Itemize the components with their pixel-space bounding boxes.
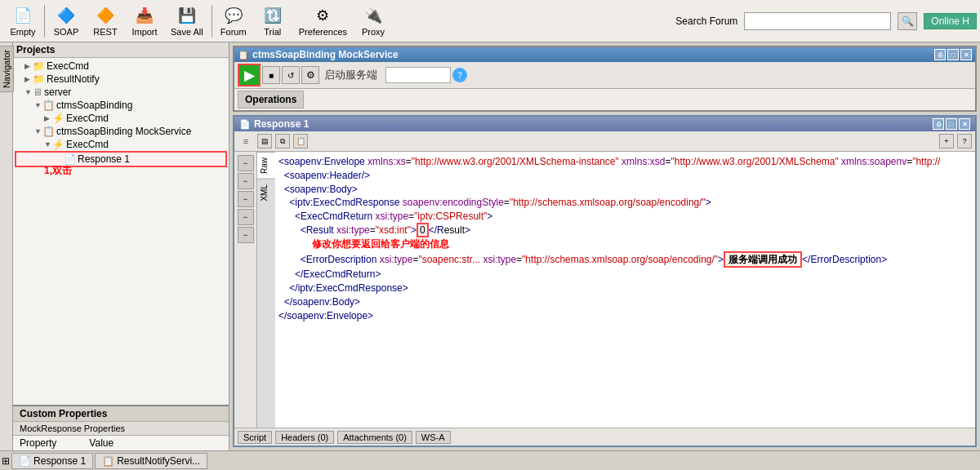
raw-tab[interactable]: Raw	[257, 152, 275, 179]
resp-help-btn[interactable]: ?	[957, 134, 972, 149]
headers-tab[interactable]: Headers (0)	[275, 431, 334, 444]
saveall-label: Save All	[171, 27, 203, 37]
import-label: Import	[131, 27, 157, 37]
start-server-button[interactable]: ▶	[238, 64, 261, 86]
tree-item-ctmssoapbinding[interactable]: ▼ 📋 ctmsSoapBinding	[15, 99, 227, 112]
minimize-button[interactable]: ⎙	[934, 49, 946, 60]
xml-line-6: <Result xsi:type="xsd:int">0</Result> 修改…	[278, 224, 972, 251]
rest-icon: 🔶	[96, 6, 115, 25]
mock-icon: 📋	[42, 126, 55, 137]
tree-item-execmd3[interactable]: ▼ ⚡ ExecCmd	[15, 138, 227, 151]
resp-minimize-btn[interactable]: ⎙	[933, 118, 944, 130]
folder-icon-execmd: 📁	[33, 60, 45, 72]
xml-line-10: </soapenv:Body>	[278, 295, 972, 309]
start-label: 启动服务端	[324, 68, 377, 82]
tree-label-response1: Response 1	[78, 153, 130, 165]
left-panel: Projects ▶ 📁 ExecCmd ▶ 📁 ResultNotify ▼ …	[13, 42, 229, 450]
resp-close-btn[interactable]: ✕	[959, 118, 970, 130]
gutter-btn-4[interactable]: −	[238, 209, 254, 225]
xml-line-2: <soapenv:Header/>	[278, 169, 972, 183]
method-icon-execmd3: ⚡	[52, 139, 65, 150]
resp-paste-btn[interactable]: 📋	[293, 134, 308, 149]
toolbar-proxy[interactable]: 🔌 Proxy	[354, 4, 393, 38]
titlebar-controls: ⎙ □ ✕	[934, 49, 972, 60]
tree-item-mockservice[interactable]: ▼ 📋 ctmsSoapBinding MockService	[15, 125, 227, 138]
toolbar-preferences[interactable]: ⚙ Preferences	[292, 4, 354, 38]
xml-content[interactable]: <soapenv:Envelope xmlns:xs="http://www.w…	[275, 152, 975, 428]
script-tab[interactable]: Script	[238, 431, 272, 444]
annotation-doubleclick: 1,双击	[44, 164, 227, 178]
projects-header: Projects	[13, 42, 229, 58]
toolbar-forum[interactable]: 💬 Forum	[214, 4, 253, 38]
trial-label: Trial	[264, 27, 281, 37]
xml-line-11: </soapenv:Envelope>	[278, 309, 972, 323]
wsa-tab[interactable]: WS-A	[416, 431, 451, 444]
xml-tab[interactable]: XML	[257, 179, 275, 206]
bottom-tab-resultnotify[interactable]: 📋 ResultNotifyServi...	[95, 453, 207, 469]
empty-icon: 📄	[13, 6, 33, 25]
mock-response-properties: MockResponse Properties	[13, 422, 229, 436]
mock-service-window: 📋 ctmsSoapBinding MockService ⎙ □ ✕ ▶ ■ …	[233, 46, 977, 112]
attachments-tab[interactable]: Attachments (0)	[337, 431, 412, 444]
navigator-label[interactable]: Navigator	[0, 46, 14, 92]
response-icon-status: 📄	[19, 455, 31, 467]
online-button[interactable]: Online H	[924, 13, 977, 29]
mock-service-title: ctmsSoapBinding MockService	[252, 49, 399, 60]
response-icon-title: 📄	[239, 119, 251, 130]
resp-maximize-btn[interactable]: □	[946, 118, 957, 130]
settings-button[interactable]: ⚙	[301, 66, 319, 84]
toolbar-empty[interactable]: 📄 Empty	[3, 4, 42, 38]
toolbar-saveall[interactable]: 💾 Save All	[164, 4, 210, 38]
tree-item-execmd2[interactable]: ▶ ⚡ ExecCmd	[15, 112, 227, 125]
operations-tab[interactable]: Operations	[238, 91, 304, 109]
bottom-tab-resultnotify-label: ResultNotifyServi...	[117, 455, 200, 467]
tree-item-resultnotify[interactable]: ▶ 📁 ResultNotify	[15, 73, 227, 86]
soap-icon: 🔷	[56, 6, 76, 25]
gutter-btn-3[interactable]: −	[238, 191, 254, 207]
tree-label-execmd2: ExecCmd	[66, 113, 109, 124]
close-button[interactable]: ✕	[960, 49, 972, 60]
toolbar-trial[interactable]: 🔃 Trial	[253, 4, 292, 38]
xml-line-8: </ExecCmdReturn>	[278, 268, 972, 282]
empty-label: Empty	[10, 27, 35, 37]
center-panel: 📋 ctmsSoapBinding MockService ⎙ □ ✕ ▶ ■ …	[229, 42, 980, 450]
soap-label: SOAP	[54, 27, 79, 37]
stop-button[interactable]: ■	[262, 66, 280, 84]
search-input[interactable]	[744, 12, 891, 30]
col-value: Value	[89, 437, 114, 449]
help-button[interactable]: ?	[452, 68, 467, 82]
expand-icon-mockservice: ▼	[34, 127, 41, 135]
wsdl-icon: 📋	[42, 100, 55, 111]
xml-area: − − − − − Raw XML <soapenv:Envelope xmln…	[234, 152, 975, 428]
forum-icon: 💬	[224, 6, 243, 25]
operations-tab-container: Operations	[234, 89, 975, 110]
folder-icon-resultnotify: 📁	[33, 73, 45, 85]
gutter-btn-2[interactable]: −	[238, 173, 254, 189]
expand-icon-ctmssoapbinding: ▼	[34, 101, 41, 109]
resp-format-btn[interactable]: ▤	[257, 134, 272, 149]
server-url-input[interactable]	[385, 67, 451, 83]
resp-add-btn[interactable]: +	[939, 134, 954, 149]
custom-properties-header: Custom Properties	[13, 406, 229, 422]
toolbar-import[interactable]: 📥 Import	[125, 4, 164, 38]
proxy-icon: 🔌	[363, 6, 383, 25]
search-button[interactable]: 🔍	[898, 12, 917, 30]
toolbar-rest[interactable]: 🔶 REST	[86, 4, 125, 38]
tree-label-server: server	[44, 86, 71, 98]
tree-item-execmd[interactable]: ▶ 📁 ExecCmd	[15, 60, 227, 73]
bottom-tab-response1[interactable]: 📄 Response 1	[11, 453, 93, 469]
restart-button[interactable]: ↺	[282, 66, 300, 84]
xml-line-5: <ExecCmdReturn xsi:type="iptv:CSPResult"…	[278, 210, 972, 224]
maximize-button[interactable]: □	[947, 49, 959, 60]
xml-line-7: <ErrorDescription xsi:type="soapenc:str.…	[278, 251, 972, 268]
response-icon: 📄	[64, 153, 76, 165]
search-forum-label: Search Forum	[675, 16, 737, 27]
tree-item-server[interactable]: ▼ 🖥 server	[15, 86, 227, 99]
main-area: Navigator Projects ▶ 📁 ExecCmd ▶ 📁 Resul…	[0, 42, 980, 450]
tree-label-ctmssoapbinding: ctmsSoapBinding	[56, 100, 132, 111]
resultnotify-icon-status: 📋	[102, 455, 114, 467]
gutter-btn-1[interactable]: −	[238, 155, 254, 171]
resp-copy-btn[interactable]: ⧉	[275, 134, 290, 149]
toolbar-soap[interactable]: 🔷 SOAP	[47, 4, 86, 38]
gutter-btn-5[interactable]: −	[238, 227, 254, 243]
